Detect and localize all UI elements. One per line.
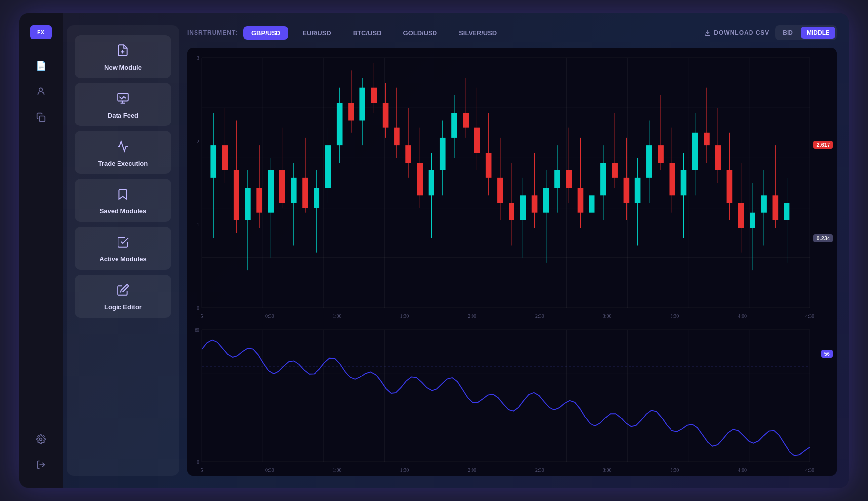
trade-execution-card[interactable]: Trade Execution bbox=[75, 131, 171, 174]
instrument-tab-eur-usd[interactable]: EUR/USD bbox=[294, 26, 339, 40]
download-csv-button[interactable]: DOWNLOAD CSV bbox=[704, 29, 769, 36]
settings-nav-icon[interactable] bbox=[30, 428, 52, 450]
document-nav-icon[interactable]: 📄 bbox=[30, 55, 52, 77]
new-module-card[interactable]: New Module bbox=[75, 35, 171, 78]
instrument-bar: INSRTRUMENT: GBP/USD EUR/USD BTC/USD GOL… bbox=[187, 25, 837, 40]
active-modules-label: Active Modules bbox=[99, 255, 146, 263]
svg-point-0 bbox=[39, 88, 43, 91]
active-modules-icon bbox=[117, 236, 129, 251]
logo-badge: FX bbox=[30, 25, 52, 39]
svg-rect-1 bbox=[40, 116, 45, 122]
user-nav-icon[interactable] bbox=[30, 81, 52, 102]
data-feed-icon bbox=[117, 92, 129, 108]
chart-lower: 56 bbox=[187, 322, 837, 476]
icon-sidebar: FX 📄 bbox=[19, 13, 63, 488]
middle-mode-button[interactable]: MIDDLE bbox=[801, 27, 835, 39]
bid-mode-button[interactable]: BID bbox=[777, 27, 799, 39]
chart-container: 2.617 0.234 56 bbox=[187, 48, 837, 476]
oscillator-label: 56 bbox=[821, 350, 833, 358]
instrument-tab-silver-usd[interactable]: SILVER/USD bbox=[451, 26, 505, 40]
logic-editor-label: Logic Editor bbox=[104, 303, 142, 311]
copy-nav-icon[interactable] bbox=[30, 106, 52, 128]
saved-modules-icon bbox=[117, 188, 129, 204]
download-icon bbox=[704, 29, 711, 36]
price-mode-group: BID MIDDLE bbox=[775, 25, 837, 40]
chart-upper: 2.617 0.234 bbox=[187, 48, 837, 322]
instrument-label: INSRTRUMENT: bbox=[187, 29, 237, 36]
price-label-high: 2.617 bbox=[813, 141, 833, 149]
oscillator-chart bbox=[187, 322, 837, 476]
saved-modules-label: Saved Modules bbox=[100, 208, 147, 215]
app-window: FX 📄 bbox=[19, 13, 849, 488]
price-label-low: 0.234 bbox=[813, 234, 833, 242]
instrument-tab-gbp-usd[interactable]: GBP/USD bbox=[243, 26, 288, 40]
saved-modules-card[interactable]: Saved Modules bbox=[75, 179, 171, 222]
logic-editor-icon bbox=[117, 284, 129, 299]
svg-point-2 bbox=[40, 438, 42, 441]
active-modules-card[interactable]: Active Modules bbox=[75, 227, 171, 270]
logo-area: FX bbox=[30, 25, 52, 39]
new-module-icon bbox=[117, 44, 129, 60]
logout-nav-icon[interactable] bbox=[30, 454, 52, 476]
trade-execution-label: Trade Execution bbox=[98, 160, 148, 167]
main-content: INSRTRUMENT: GBP/USD EUR/USD BTC/USD GOL… bbox=[179, 13, 849, 488]
instrument-tab-btc-usd[interactable]: BTC/USD bbox=[345, 26, 390, 40]
data-feed-card[interactable]: Data Feed bbox=[75, 83, 171, 126]
trade-execution-icon bbox=[117, 140, 129, 156]
new-module-label: New Module bbox=[104, 64, 142, 71]
candlestick-chart bbox=[187, 48, 837, 322]
instrument-tab-gold-usd[interactable]: GOLD/USD bbox=[395, 26, 445, 40]
data-feed-label: Data Feed bbox=[108, 112, 138, 119]
logic-editor-card[interactable]: Logic Editor bbox=[75, 275, 171, 318]
module-sidebar: New Module Data Feed Trade Execution bbox=[67, 25, 179, 476]
